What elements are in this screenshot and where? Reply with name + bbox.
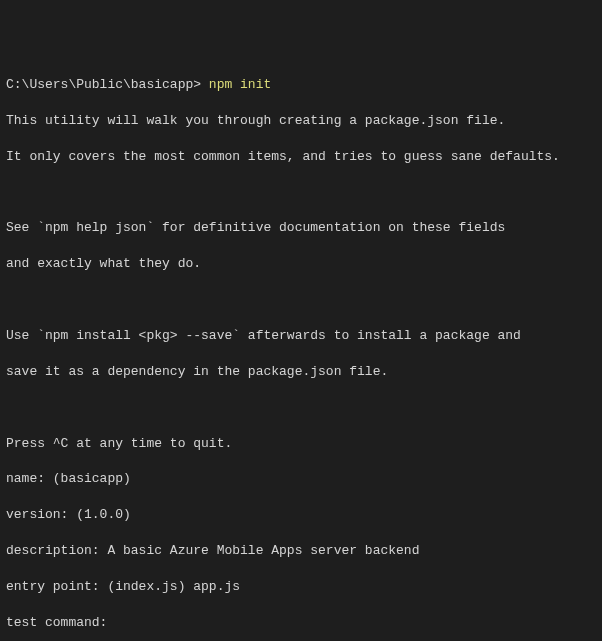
field-entry-point: entry point: (index.js) app.js (6, 578, 596, 596)
output-line: and exactly what they do. (6, 255, 596, 273)
output-line: save it as a dependency in the package.j… (6, 363, 596, 381)
output-line: Use `npm install <pkg> --save` afterward… (6, 327, 596, 345)
field-version: version: (1.0.0) (6, 506, 596, 524)
blank-line (6, 399, 596, 417)
command-text: npm init (209, 77, 271, 92)
output-line: Press ^C at any time to quit. (6, 435, 596, 453)
field-test-command: test command: (6, 614, 596, 632)
field-name: name: (basicapp) (6, 470, 596, 488)
prompt-path: C:\Users\Public\basicapp> (6, 77, 201, 92)
blank-line (6, 291, 596, 309)
output-line: This utility will walk you through creat… (6, 112, 596, 130)
output-line: See `npm help json` for definitive docum… (6, 219, 596, 237)
output-line: It only covers the most common items, an… (6, 148, 596, 166)
blank-line (6, 183, 596, 201)
field-description: description: A basic Azure Mobile Apps s… (6, 542, 596, 560)
terminal-line-command: C:\Users\Public\basicapp> npm init (6, 76, 596, 94)
